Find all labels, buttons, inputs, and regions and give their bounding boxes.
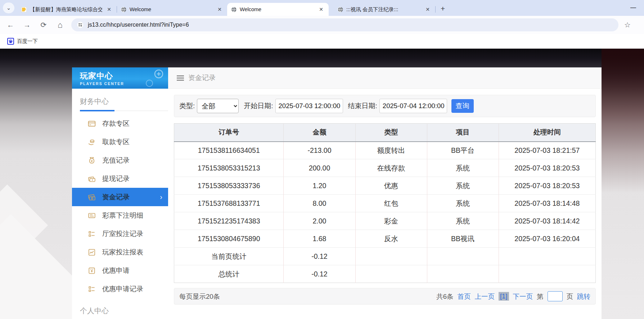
filter-bar: 类型: 全部 开始日期: 结束日期: 查询 [174,95,596,117]
next-page-link[interactable]: 下一页 [513,292,533,301]
cell-amount: 1.20 [284,177,355,195]
bookmark-star-icon[interactable]: ☆ [624,21,631,29]
close-icon[interactable]: ✕ [424,6,432,13]
sidebar-item-label: 取款专区 [102,137,130,147]
tab-welcome-active[interactable]: Welcome ✕ [227,3,329,16]
player-center-sidebar: 玩家中心 PLAYERS CENTER 财务中心 存款专区 取款专区 充值记录 … [72,67,168,319]
col-project: 项目 [427,124,499,142]
site-settings-icon[interactable] [77,22,84,28]
forward-icon[interactable]: → [21,21,33,29]
bookmark-baidu[interactable]: 百度一下 [7,38,38,45]
sidebar-item-funds-record[interactable]: 资金记录 › [72,188,168,206]
current-page-badge: [1] [499,292,509,301]
ticket-list-icon [88,212,96,220]
cell-project: BB平台 [427,142,499,159]
cell-order-id: 1751538053333736 [174,177,284,195]
section-personal-title: 个人中心 [72,298,168,319]
table-row: 1751538116634051-213.00额度转出BB平台2025-07-0… [174,142,596,159]
browser-toolbar: ← → ⟳ ⌂ js13.cc/hhcp/usercenter.html?ini… [0,16,644,34]
reload-icon[interactable]: ⟳ [37,21,50,29]
prev-page-link[interactable]: 上一页 [474,292,495,301]
tab-forum[interactable]: 【新提醒】海燕策略论坛综合交 ✕ [17,3,117,16]
cell-order-id: 1751538053315213 [174,159,284,177]
cell-order-id: 1751537688133771 [174,195,284,212]
coupon-icon [88,267,96,275]
home-icon[interactable]: ⌂ [54,20,66,30]
start-date-label: 开始日期: [244,101,273,111]
tab-separator [435,6,436,13]
sidebar-item-player-bet-report[interactable]: 玩家投注报表 [72,243,168,261]
cell-project: BB视讯 [427,230,499,248]
sidebar-item-deposit-zone[interactable]: 存款专区 [72,114,168,133]
sidebar-header: 玩家中心 PLAYERS CENTER [72,67,168,89]
sidebar-item-label: 优惠申请记录 [102,284,143,294]
sidebar-item-label: 彩票下注明细 [102,211,143,220]
back-icon[interactable]: ← [4,21,17,29]
sidebar-item-label: 存款专区 [102,119,130,128]
jump-button[interactable]: 跳转 [577,292,590,301]
col-process-time: 处理时间 [499,124,595,142]
cell-amount: 200.00 [284,159,355,177]
table-row: 17515308046758901.68反水BB视讯2025-07-03 16:… [174,230,596,248]
hamburger-icon[interactable] [177,74,184,82]
jump-page-input[interactable] [548,291,563,301]
sidebar-item-room-bet-record[interactable]: 厅室投注记录 [72,225,168,243]
sidebar-item-label: 充值记录 [102,156,130,165]
summary-label: 当前页统计 [174,248,284,265]
url-text[interactable]: js13.cc/hhcp/usercenter.html?iniType=6 [88,22,189,28]
tab-title: Welcome [130,6,213,12]
bookmark-label: 百度一下 [17,38,38,45]
table-row: 17515380533337361.20优惠系统2025-07-03 18:20… [174,177,596,195]
sidebar-item-withdrawal-record[interactable]: 提现记录 [72,169,168,188]
close-icon[interactable]: ✕ [317,6,325,13]
sidebar-item-label: 资金记录 [102,192,130,202]
cell-type: 在线存款 [355,159,427,177]
cell-type: 优惠 [355,177,427,195]
end-date-label: 结束日期: [348,101,377,111]
globe-icon [121,6,127,13]
cell-time: 2025-07-03 16:20:04 [499,230,595,248]
pagination-bar: 每页显示20条 共6条 首页 上一页 [1] 下一页 第 页 跳转 [174,288,596,305]
type-select[interactable]: 全部 [197,99,239,113]
sidebar-item-label: 厅室投注记录 [102,229,143,239]
start-date-input[interactable] [275,99,343,113]
browser-tab-strip: ⌄ 【新提醒】海燕策略论坛综合交 ✕ Welcome ✕ Welcome ✕ :… [0,0,644,16]
tab-video-records[interactable]: :::视讯 会员下注纪录::: ✕ [334,3,435,16]
page-title: 资金记录 [188,73,216,83]
wallet-icon [88,175,96,183]
cell-project: 系统 [427,195,499,212]
cell-time: 2025-07-03 18:20:53 [499,177,595,195]
cell-order-id: 1751538116634051 [174,142,284,159]
tab-search-button[interactable]: ⌄ [3,3,14,13]
sidebar-item-withdraw-zone[interactable]: 取款专区 [72,133,168,151]
window-minimize-button[interactable]: — [630,4,636,11]
bookmarks-bar: 百度一下 [0,34,644,49]
end-date-input[interactable] [379,99,447,113]
cell-amount: 2.00 [284,212,355,230]
cell-project: 系统 [427,177,499,195]
first-page-link[interactable]: 首页 [457,292,470,301]
cell-project: 系统 [427,159,499,177]
panel-header: 资金记录 [168,67,602,89]
sidebar-item-lottery-bet-detail[interactable]: 彩票下注明细 [72,206,168,225]
table-header-row: 订单号 金额 类型 项目 处理时间 [174,124,596,142]
summary-amount: -0.12 [284,248,355,265]
jump-suffix-label: 页 [567,292,573,301]
close-icon[interactable]: ✕ [216,6,224,13]
sidebar-item-promo-apply-record[interactable]: 优惠申请记录 [72,280,168,298]
address-bar[interactable]: js13.cc/hhcp/usercenter.html?iniType=6 [71,18,618,31]
tab-title: :::视讯 会员下注纪录::: [346,6,421,13]
sidebar-item-promo-apply[interactable]: 优惠申请 [72,261,168,280]
sidebar-item-label: 提现记录 [102,174,130,183]
tab-title: 【新提醒】海燕策略论坛综合交 [30,6,102,13]
tab-welcome-1[interactable]: Welcome ✕ [117,3,227,16]
cell-amount: 8.00 [284,195,355,212]
close-icon[interactable]: ✕ [105,6,113,13]
summary-label: 总统计 [174,265,284,283]
sidebar-item-recharge-record[interactable]: 充值记录 [72,151,168,169]
section-divider [72,110,168,111]
cell-order-id: 1751530804675890 [174,230,284,248]
search-button[interactable]: 查询 [451,99,474,113]
col-order-id: 订单号 [174,124,284,142]
new-tab-button[interactable]: + [441,4,445,13]
